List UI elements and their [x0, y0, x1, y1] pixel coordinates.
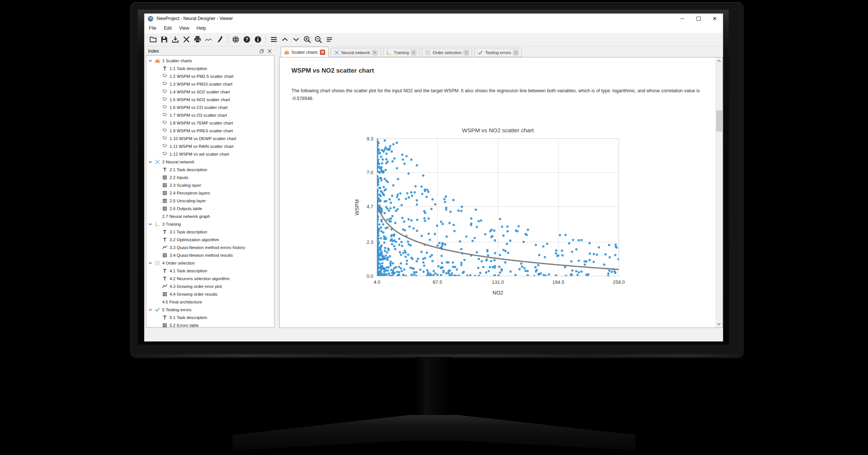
expand-chevron-icon[interactable] — [148, 260, 153, 266]
menu-help[interactable]: Help — [193, 23, 210, 33]
tree-item[interactable]: 1.4 WSPM vs SO2 scatter chart — [146, 88, 274, 96]
tree-item[interactable]: 3.2 Optimization algorithm — [146, 236, 274, 243]
tree-item[interactable]: 1.11 WSPM vs RAIN scatter chart — [146, 142, 274, 150]
tree-item[interactable]: 4.3 Growing order error plot — [146, 282, 274, 290]
network-icon — [155, 159, 160, 165]
tab-neural-network[interactable]: Neural network — [331, 48, 381, 57]
tab-close-icon[interactable] — [320, 50, 325, 55]
scroll-down-icon[interactable] — [717, 322, 721, 326]
tree-item[interactable]: 1.5 WSPM vs NO2 scatter chart — [146, 96, 274, 103]
tree-item[interactable]: 1.9 WSPM vs PRES scatter chart — [146, 127, 274, 134]
signature-button[interactable] — [205, 36, 213, 43]
tab-close-icon[interactable] — [513, 50, 518, 55]
scrollbar-thumb[interactable] — [716, 110, 722, 132]
menu-edit[interactable]: Edit — [160, 23, 176, 33]
tree-item-label: 2.3 Scaling layer — [170, 183, 201, 187]
tree-item[interactable]: 2.3 Scaling layer — [146, 181, 274, 189]
export-button[interactable] — [171, 36, 179, 43]
menu-file[interactable]: File — [145, 23, 160, 33]
close-panel-icon[interactable] — [267, 49, 272, 54]
tree-item[interactable]: 4.5 Final architecture — [146, 298, 274, 306]
tab-close-icon[interactable] — [411, 50, 416, 55]
tree-item[interactable]: 1.12 WSPM vs wd scatter chart — [146, 150, 274, 158]
bar-chart-icon — [155, 58, 160, 63]
folder-open-button[interactable] — [149, 36, 157, 43]
chevron-down-button[interactable] — [292, 36, 300, 43]
app-window: NewProject - Neural Designer - Viewer Fi… — [144, 13, 723, 342]
menu-view[interactable]: View — [176, 23, 193, 33]
tree-item-label: 1.3 WSPM vs PM10 scatter chart — [170, 82, 232, 86]
tree-item[interactable]: 2.5 Unscaling layer — [146, 197, 274, 205]
tree-item[interactable]: 4 Order selection — [146, 259, 274, 267]
maximize-button[interactable] — [690, 14, 707, 23]
tree-item[interactable]: 2.6 Outputs table — [146, 205, 274, 212]
titlebar[interactable]: NewProject - Neural Designer - Viewer — [144, 14, 723, 23]
save-button[interactable] — [160, 36, 168, 43]
zoom-in-button[interactable] — [303, 36, 311, 43]
tree-item-label: 5.1 Task description — [170, 315, 207, 320]
tree-item[interactable]: 1.1 Task description — [146, 64, 274, 72]
print-button[interactable] — [194, 36, 201, 43]
tab-scatter-charts[interactable]: Scatter charts — [281, 47, 328, 57]
expand-chevron-icon[interactable] — [148, 159, 153, 165]
tree-item[interactable]: 4.4 Growing order results — [146, 290, 274, 298]
window-title: NewProject - Neural Designer - Viewer — [157, 16, 233, 21]
tree-item[interactable]: 3.4 Quasi-Newton method results — [146, 251, 274, 259]
tree-item[interactable]: 2.7 Neural network graph — [146, 212, 274, 220]
tree-item[interactable]: 1 Scatter charts — [146, 57, 274, 64]
tab-order-selection[interactable]: Order selection — [422, 48, 472, 57]
tree-item[interactable]: 4.2 Neurons selection algorithm — [146, 275, 274, 282]
toolbar-separator — [227, 35, 228, 44]
line-chart-icon — [162, 284, 167, 289]
expand-chevron-icon[interactable] — [148, 307, 153, 312]
scatter-icon — [162, 105, 167, 110]
globe-button[interactable] — [232, 36, 240, 43]
float-panel-icon[interactable] — [259, 49, 264, 54]
tree-item[interactable]: 3 Training — [146, 220, 274, 228]
tree-item-label: 4 Order selection — [162, 261, 195, 265]
tree-item[interactable]: 1.10 WSPM vs DEWP scatter chart — [146, 134, 274, 142]
vertical-scrollbar[interactable] — [715, 57, 722, 328]
tree-item[interactable]: 1.6 WSPM vs CO scatter chart — [146, 103, 274, 111]
info-button[interactable] — [254, 36, 262, 43]
close-button[interactable] — [183, 36, 190, 43]
menu-button[interactable] — [270, 36, 278, 43]
index-panel-header: Index — [146, 47, 274, 55]
zoom-out-button[interactable] — [314, 36, 322, 43]
tree-item[interactable]: 2.4 Perceptron layers — [146, 189, 274, 197]
tab-close-icon[interactable] — [372, 50, 377, 55]
tree-item-label: 3.3 Quasi-Newton method errors history — [170, 245, 245, 250]
tree-item[interactable]: 5 Testing errors — [146, 306, 274, 313]
tree-item[interactable]: 1.2 WSPM vs PM2.5 scatter chart — [146, 72, 274, 80]
tree-item[interactable]: 2 Neural network — [146, 158, 274, 166]
tree-item[interactable]: 2.1 Task description — [146, 166, 274, 173]
tree-item[interactable]: 2.2 Inputs — [146, 173, 274, 181]
text-icon — [162, 66, 167, 71]
scatter-icon — [162, 120, 167, 126]
tree-item[interactable]: 5.2 Errors table — [146, 321, 274, 328]
tab-testing-errors[interactable]: Testing errors — [474, 48, 522, 57]
pen-button[interactable] — [216, 36, 224, 43]
minimize-button[interactable] — [674, 14, 690, 23]
tree-item[interactable]: 3.3 Quasi-Newton method errors history — [146, 243, 274, 251]
tree-item[interactable]: 1.3 WSPM vs PM10 scatter chart — [146, 80, 274, 88]
expand-chevron-icon[interactable] — [148, 58, 153, 63]
table-icon — [162, 190, 167, 196]
index-panel-title: Index — [148, 49, 159, 54]
align-button[interactable] — [326, 36, 333, 43]
tree-item[interactable]: 3.1 Task description — [146, 228, 274, 236]
tree-item[interactable]: 5.1 Task description — [146, 313, 274, 321]
tab-training[interactable]: Training — [383, 48, 420, 57]
svg-text:?: ? — [245, 37, 248, 42]
chevron-up-button[interactable] — [281, 36, 289, 43]
scroll-up-icon[interactable] — [717, 59, 721, 63]
expand-chevron-icon[interactable] — [148, 222, 153, 227]
scatter-icon — [162, 128, 167, 133]
tree-item[interactable]: 1.8 WSPM vs TEMP scatter chart — [146, 119, 274, 127]
help-button[interactable]: ? — [243, 36, 251, 43]
close-button[interactable] — [707, 14, 723, 23]
bezel-sheen — [136, 354, 738, 357]
tree-item[interactable]: 4.1 Task description — [146, 267, 274, 275]
tree-item[interactable]: 1.7 WSPM vs O3 scatter chart — [146, 111, 274, 119]
tab-close-icon[interactable] — [464, 50, 469, 55]
